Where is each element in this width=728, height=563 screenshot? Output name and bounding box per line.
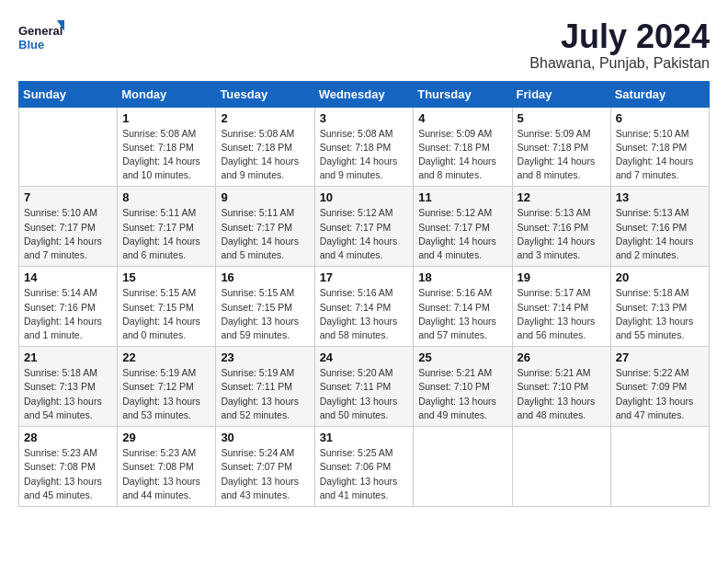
day-number: 20 xyxy=(616,270,704,284)
calendar-cell: 21Sunrise: 5:18 AMSunset: 7:13 PMDayligh… xyxy=(19,347,118,427)
weekday-header-friday: Friday xyxy=(512,81,610,107)
day-number: 30 xyxy=(221,431,309,444)
day-info: Sunrise: 5:12 AMSunset: 7:17 PMDaylight:… xyxy=(320,206,409,262)
day-number: 26 xyxy=(518,350,606,364)
calendar-cell: 11Sunrise: 5:12 AMSunset: 7:17 PMDayligh… xyxy=(414,187,512,267)
calendar-cell: 5Sunrise: 5:09 AMSunset: 7:18 PMDaylight… xyxy=(512,107,610,187)
calendar-cell: 6Sunrise: 5:10 AMSunset: 7:18 PMDaylight… xyxy=(610,107,709,187)
day-number: 5 xyxy=(518,111,606,125)
calendar-cell xyxy=(19,107,118,187)
day-info: Sunrise: 5:18 AMSunset: 7:13 PMDaylight:… xyxy=(24,366,112,422)
day-info: Sunrise: 5:19 AMSunset: 7:11 PMDaylight:… xyxy=(221,366,309,422)
calendar-cell: 10Sunrise: 5:12 AMSunset: 7:17 PMDayligh… xyxy=(314,187,414,267)
day-info: Sunrise: 5:10 AMSunset: 7:17 PMDaylight:… xyxy=(24,206,112,262)
day-number: 31 xyxy=(320,431,409,444)
calendar-week-row: 7Sunrise: 5:10 AMSunset: 7:17 PMDaylight… xyxy=(19,187,710,267)
day-number: 6 xyxy=(616,111,704,125)
day-info: Sunrise: 5:22 AMSunset: 7:09 PMDaylight:… xyxy=(616,366,704,422)
calendar-cell: 26Sunrise: 5:21 AMSunset: 7:10 PMDayligh… xyxy=(512,347,610,427)
day-number: 15 xyxy=(122,270,210,284)
calendar-cell: 8Sunrise: 5:11 AMSunset: 7:17 PMDaylight… xyxy=(118,187,216,267)
calendar-week-row: 21Sunrise: 5:18 AMSunset: 7:13 PMDayligh… xyxy=(19,347,710,427)
calendar-table: SundayMondayTuesdayWednesdayThursdayFrid… xyxy=(18,81,710,507)
calendar-cell: 24Sunrise: 5:20 AMSunset: 7:11 PMDayligh… xyxy=(314,347,414,427)
logo-icon: General Blue xyxy=(18,18,64,59)
calendar-week-row: 1Sunrise: 5:08 AMSunset: 7:18 PMDaylight… xyxy=(19,107,710,187)
month-title: July 2024 xyxy=(529,18,710,55)
svg-text:Blue: Blue xyxy=(18,38,44,52)
logo: General Blue xyxy=(18,18,64,59)
calendar-cell: 20Sunrise: 5:18 AMSunset: 7:13 PMDayligh… xyxy=(610,267,709,347)
day-info: Sunrise: 5:12 AMSunset: 7:17 PMDaylight:… xyxy=(418,206,506,262)
day-number: 10 xyxy=(320,190,409,204)
day-number: 13 xyxy=(616,190,704,204)
weekday-header-monday: Monday xyxy=(118,81,216,107)
calendar-week-row: 14Sunrise: 5:14 AMSunset: 7:16 PMDayligh… xyxy=(19,267,710,347)
day-number: 27 xyxy=(616,350,704,364)
calendar-cell: 16Sunrise: 5:15 AMSunset: 7:15 PMDayligh… xyxy=(216,267,314,347)
day-number: 19 xyxy=(518,270,606,284)
page-header: General Blue July 2024 Bhawana, Punjab, … xyxy=(18,18,710,72)
day-info: Sunrise: 5:11 AMSunset: 7:17 PMDaylight:… xyxy=(221,206,309,262)
calendar-cell: 29Sunrise: 5:23 AMSunset: 7:08 PMDayligh… xyxy=(118,427,216,507)
weekday-header-sunday: Sunday xyxy=(19,81,118,107)
day-number: 24 xyxy=(320,350,409,364)
weekday-header-tuesday: Tuesday xyxy=(216,81,314,107)
day-info: Sunrise: 5:08 AMSunset: 7:18 PMDaylight:… xyxy=(221,127,309,183)
calendar-cell xyxy=(414,427,512,507)
weekday-header-saturday: Saturday xyxy=(610,81,709,107)
calendar-cell: 2Sunrise: 5:08 AMSunset: 7:18 PMDaylight… xyxy=(216,107,314,187)
calendar-cell: 14Sunrise: 5:14 AMSunset: 7:16 PMDayligh… xyxy=(19,267,118,347)
day-number: 21 xyxy=(24,350,112,364)
day-info: Sunrise: 5:17 AMSunset: 7:14 PMDaylight:… xyxy=(518,286,606,342)
calendar-cell: 30Sunrise: 5:24 AMSunset: 7:07 PMDayligh… xyxy=(216,427,314,507)
day-info: Sunrise: 5:08 AMSunset: 7:18 PMDaylight:… xyxy=(122,127,210,183)
calendar-cell xyxy=(512,427,610,507)
day-info: Sunrise: 5:24 AMSunset: 7:07 PMDaylight:… xyxy=(221,446,309,502)
day-number: 14 xyxy=(24,270,112,284)
title-block: July 2024 Bhawana, Punjab, Pakistan xyxy=(529,18,710,72)
calendar-cell: 31Sunrise: 5:25 AMSunset: 7:06 PMDayligh… xyxy=(314,427,414,507)
calendar-cell: 23Sunrise: 5:19 AMSunset: 7:11 PMDayligh… xyxy=(216,347,314,427)
weekday-header-thursday: Thursday xyxy=(414,81,512,107)
weekday-header-wednesday: Wednesday xyxy=(314,81,414,107)
day-info: Sunrise: 5:23 AMSunset: 7:08 PMDaylight:… xyxy=(24,446,112,502)
day-number: 4 xyxy=(418,111,506,125)
day-number: 1 xyxy=(122,111,210,125)
svg-text:General: General xyxy=(18,24,63,38)
day-number: 18 xyxy=(418,270,506,284)
calendar-cell: 15Sunrise: 5:15 AMSunset: 7:15 PMDayligh… xyxy=(118,267,216,347)
day-info: Sunrise: 5:21 AMSunset: 7:10 PMDaylight:… xyxy=(518,366,606,422)
day-info: Sunrise: 5:13 AMSunset: 7:16 PMDaylight:… xyxy=(616,206,704,262)
day-info: Sunrise: 5:19 AMSunset: 7:12 PMDaylight:… xyxy=(122,366,210,422)
day-info: Sunrise: 5:25 AMSunset: 7:06 PMDaylight:… xyxy=(320,446,409,502)
day-number: 8 xyxy=(122,190,210,204)
location-title: Bhawana, Punjab, Pakistan xyxy=(529,55,710,72)
day-info: Sunrise: 5:18 AMSunset: 7:13 PMDaylight:… xyxy=(616,286,704,342)
day-number: 2 xyxy=(221,111,309,125)
calendar-cell: 22Sunrise: 5:19 AMSunset: 7:12 PMDayligh… xyxy=(118,347,216,427)
day-number: 9 xyxy=(221,190,309,204)
day-info: Sunrise: 5:14 AMSunset: 7:16 PMDaylight:… xyxy=(24,286,112,342)
day-info: Sunrise: 5:09 AMSunset: 7:18 PMDaylight:… xyxy=(418,127,506,183)
day-info: Sunrise: 5:09 AMSunset: 7:18 PMDaylight:… xyxy=(518,127,606,183)
day-info: Sunrise: 5:10 AMSunset: 7:18 PMDaylight:… xyxy=(616,127,704,183)
day-info: Sunrise: 5:13 AMSunset: 7:16 PMDaylight:… xyxy=(518,206,606,262)
day-info: Sunrise: 5:15 AMSunset: 7:15 PMDaylight:… xyxy=(221,286,309,342)
day-info: Sunrise: 5:20 AMSunset: 7:11 PMDaylight:… xyxy=(320,366,409,422)
calendar-cell: 9Sunrise: 5:11 AMSunset: 7:17 PMDaylight… xyxy=(216,187,314,267)
day-number: 23 xyxy=(221,350,309,364)
day-info: Sunrise: 5:16 AMSunset: 7:14 PMDaylight:… xyxy=(418,286,506,342)
day-info: Sunrise: 5:21 AMSunset: 7:10 PMDaylight:… xyxy=(418,366,506,422)
calendar-cell: 4Sunrise: 5:09 AMSunset: 7:18 PMDaylight… xyxy=(414,107,512,187)
day-number: 25 xyxy=(418,350,506,364)
calendar-cell: 13Sunrise: 5:13 AMSunset: 7:16 PMDayligh… xyxy=(610,187,709,267)
calendar-cell: 7Sunrise: 5:10 AMSunset: 7:17 PMDaylight… xyxy=(19,187,118,267)
calendar-cell: 19Sunrise: 5:17 AMSunset: 7:14 PMDayligh… xyxy=(512,267,610,347)
calendar-cell: 28Sunrise: 5:23 AMSunset: 7:08 PMDayligh… xyxy=(19,427,118,507)
day-number: 16 xyxy=(221,270,309,284)
day-number: 7 xyxy=(24,190,112,204)
day-info: Sunrise: 5:16 AMSunset: 7:14 PMDaylight:… xyxy=(320,286,409,342)
day-info: Sunrise: 5:23 AMSunset: 7:08 PMDaylight:… xyxy=(122,446,210,502)
day-number: 22 xyxy=(122,350,210,364)
